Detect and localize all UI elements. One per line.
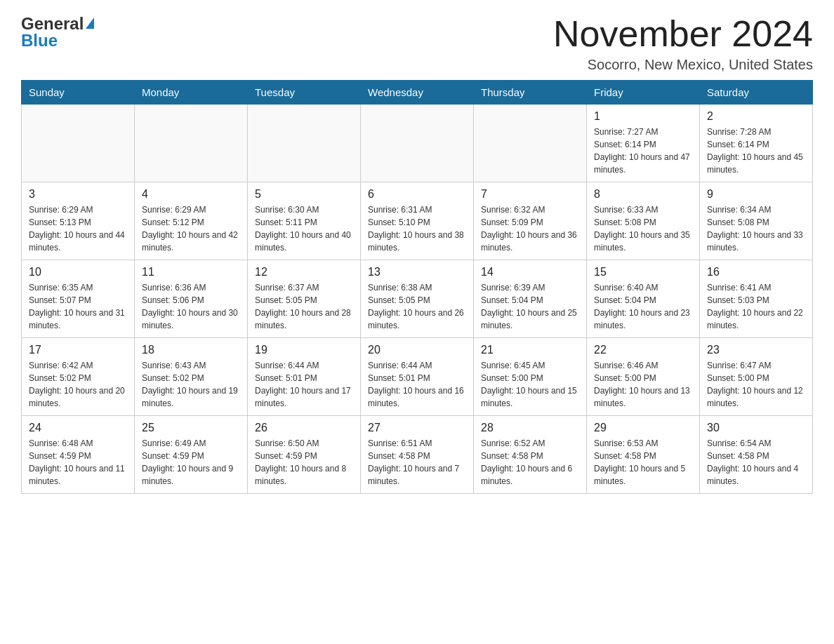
day-number: 4 (142, 188, 240, 201)
calendar-cell: 15Sunrise: 6:40 AM Sunset: 5:04 PM Dayli… (587, 260, 700, 338)
calendar-cell: 25Sunrise: 6:49 AM Sunset: 4:59 PM Dayli… (135, 416, 248, 494)
day-number: 1 (594, 110, 692, 123)
calendar-week-3: 17Sunrise: 6:42 AM Sunset: 5:02 PM Dayli… (22, 338, 813, 416)
day-info: Sunrise: 6:34 AM Sunset: 5:08 PM Dayligh… (707, 203, 805, 254)
calendar-cell: 28Sunrise: 6:52 AM Sunset: 4:58 PM Dayli… (474, 416, 587, 494)
day-info: Sunrise: 6:44 AM Sunset: 5:01 PM Dayligh… (368, 359, 466, 410)
calendar-cell: 5Sunrise: 6:30 AM Sunset: 5:11 PM Daylig… (248, 182, 361, 260)
day-number: 8 (594, 188, 692, 201)
day-info: Sunrise: 6:29 AM Sunset: 5:12 PM Dayligh… (142, 203, 240, 254)
day-info: Sunrise: 6:54 AM Sunset: 4:58 PM Dayligh… (707, 437, 805, 488)
title-area: November 2024 Socorro, New Mexico, Unite… (553, 14, 813, 73)
weekday-header-saturday: Saturday (700, 81, 813, 105)
day-number: 17 (29, 344, 127, 356)
day-number: 30 (707, 422, 805, 434)
calendar-cell: 17Sunrise: 6:42 AM Sunset: 5:02 PM Dayli… (22, 338, 135, 416)
month-title: November 2024 (553, 14, 813, 54)
calendar-cell: 30Sunrise: 6:54 AM Sunset: 4:58 PM Dayli… (700, 416, 813, 494)
day-number: 6 (368, 188, 466, 201)
logo: General Blue (21, 14, 94, 51)
day-number: 20 (368, 344, 466, 356)
calendar-cell: 9Sunrise: 6:34 AM Sunset: 5:08 PM Daylig… (700, 182, 813, 260)
calendar-header: SundayMondayTuesdayWednesdayThursdayFrid… (22, 81, 813, 105)
calendar-cell: 23Sunrise: 6:47 AM Sunset: 5:00 PM Dayli… (700, 338, 813, 416)
calendar-cell: 12Sunrise: 6:37 AM Sunset: 5:05 PM Dayli… (248, 260, 361, 338)
calendar-cell (474, 105, 587, 182)
weekday-header-thursday: Thursday (474, 81, 587, 105)
day-number: 23 (707, 344, 805, 356)
day-number: 26 (255, 422, 353, 434)
day-info: Sunrise: 6:49 AM Sunset: 4:59 PM Dayligh… (142, 437, 240, 488)
day-info: Sunrise: 6:44 AM Sunset: 5:01 PM Dayligh… (255, 359, 353, 410)
day-info: Sunrise: 6:42 AM Sunset: 5:02 PM Dayligh… (29, 359, 127, 410)
calendar-cell: 7Sunrise: 6:32 AM Sunset: 5:09 PM Daylig… (474, 182, 587, 260)
day-info: Sunrise: 6:37 AM Sunset: 5:05 PM Dayligh… (255, 281, 353, 332)
day-number: 14 (481, 266, 579, 279)
day-info: Sunrise: 6:30 AM Sunset: 5:11 PM Dayligh… (255, 203, 353, 254)
calendar-cell: 8Sunrise: 6:33 AM Sunset: 5:08 PM Daylig… (587, 182, 700, 260)
day-info: Sunrise: 6:50 AM Sunset: 4:59 PM Dayligh… (255, 437, 353, 488)
day-info: Sunrise: 6:32 AM Sunset: 5:09 PM Dayligh… (481, 203, 579, 254)
weekday-header-monday: Monday (135, 81, 248, 105)
logo-blue-text: Blue (21, 31, 58, 51)
calendar-week-4: 24Sunrise: 6:48 AM Sunset: 4:59 PM Dayli… (22, 416, 813, 494)
day-info: Sunrise: 6:41 AM Sunset: 5:03 PM Dayligh… (707, 281, 805, 332)
calendar-table: SundayMondayTuesdayWednesdayThursdayFrid… (21, 80, 813, 494)
calendar-week-1: 3Sunrise: 6:29 AM Sunset: 5:13 PM Daylig… (22, 182, 813, 260)
day-number: 11 (142, 266, 240, 279)
calendar-cell: 4Sunrise: 6:29 AM Sunset: 5:12 PM Daylig… (135, 182, 248, 260)
day-info: Sunrise: 7:27 AM Sunset: 6:14 PM Dayligh… (594, 126, 692, 176)
day-info: Sunrise: 6:35 AM Sunset: 5:07 PM Dayligh… (29, 281, 127, 332)
logo-triangle-icon (86, 18, 94, 29)
day-number: 7 (481, 188, 579, 201)
day-number: 13 (368, 266, 466, 279)
page-header: General Blue November 2024 Socorro, New … (21, 14, 813, 73)
day-number: 2 (707, 110, 805, 123)
calendar-cell: 14Sunrise: 6:39 AM Sunset: 5:04 PM Dayli… (474, 260, 587, 338)
day-info: Sunrise: 6:48 AM Sunset: 4:59 PM Dayligh… (29, 437, 127, 488)
calendar-cell: 2Sunrise: 7:28 AM Sunset: 6:14 PM Daylig… (700, 105, 813, 182)
calendar-cell (135, 105, 248, 182)
calendar-cell: 10Sunrise: 6:35 AM Sunset: 5:07 PM Dayli… (22, 260, 135, 338)
day-number: 28 (481, 422, 579, 434)
calendar-cell: 6Sunrise: 6:31 AM Sunset: 5:10 PM Daylig… (361, 182, 474, 260)
day-info: Sunrise: 6:31 AM Sunset: 5:10 PM Dayligh… (368, 203, 466, 254)
day-number: 21 (481, 344, 579, 356)
calendar-cell: 13Sunrise: 6:38 AM Sunset: 5:05 PM Dayli… (361, 260, 474, 338)
day-number: 5 (255, 188, 353, 201)
calendar-cell: 27Sunrise: 6:51 AM Sunset: 4:58 PM Dayli… (361, 416, 474, 494)
day-info: Sunrise: 6:38 AM Sunset: 5:05 PM Dayligh… (368, 281, 466, 332)
calendar-cell: 18Sunrise: 6:43 AM Sunset: 5:02 PM Dayli… (135, 338, 248, 416)
calendar-cell: 21Sunrise: 6:45 AM Sunset: 5:00 PM Dayli… (474, 338, 587, 416)
day-info: Sunrise: 7:28 AM Sunset: 6:14 PM Dayligh… (707, 126, 805, 176)
day-info: Sunrise: 6:53 AM Sunset: 4:58 PM Dayligh… (594, 437, 692, 488)
day-number: 9 (707, 188, 805, 201)
calendar-week-0: 1Sunrise: 7:27 AM Sunset: 6:14 PM Daylig… (22, 105, 813, 182)
calendar-cell (248, 105, 361, 182)
calendar-cell: 24Sunrise: 6:48 AM Sunset: 4:59 PM Dayli… (22, 416, 135, 494)
day-info: Sunrise: 6:33 AM Sunset: 5:08 PM Dayligh… (594, 203, 692, 254)
day-info: Sunrise: 6:47 AM Sunset: 5:00 PM Dayligh… (707, 359, 805, 410)
weekday-header-row: SundayMondayTuesdayWednesdayThursdayFrid… (22, 81, 813, 105)
day-info: Sunrise: 6:36 AM Sunset: 5:06 PM Dayligh… (142, 281, 240, 332)
day-number: 10 (29, 266, 127, 279)
day-info: Sunrise: 6:52 AM Sunset: 4:58 PM Dayligh… (481, 437, 579, 488)
day-number: 3 (29, 188, 127, 201)
day-info: Sunrise: 6:40 AM Sunset: 5:04 PM Dayligh… (594, 281, 692, 332)
weekday-header-wednesday: Wednesday (361, 81, 474, 105)
day-info: Sunrise: 6:51 AM Sunset: 4:58 PM Dayligh… (368, 437, 466, 488)
day-info: Sunrise: 6:45 AM Sunset: 5:00 PM Dayligh… (481, 359, 579, 410)
day-info: Sunrise: 6:46 AM Sunset: 5:00 PM Dayligh… (594, 359, 692, 410)
calendar-week-2: 10Sunrise: 6:35 AM Sunset: 5:07 PM Dayli… (22, 260, 813, 338)
day-info: Sunrise: 6:43 AM Sunset: 5:02 PM Dayligh… (142, 359, 240, 410)
calendar-cell: 11Sunrise: 6:36 AM Sunset: 5:06 PM Dayli… (135, 260, 248, 338)
day-number: 29 (594, 422, 692, 434)
calendar-cell: 19Sunrise: 6:44 AM Sunset: 5:01 PM Dayli… (248, 338, 361, 416)
calendar-cell: 26Sunrise: 6:50 AM Sunset: 4:59 PM Dayli… (248, 416, 361, 494)
calendar-cell: 16Sunrise: 6:41 AM Sunset: 5:03 PM Dayli… (700, 260, 813, 338)
calendar-cell (361, 105, 474, 182)
calendar-cell: 22Sunrise: 6:46 AM Sunset: 5:00 PM Dayli… (587, 338, 700, 416)
weekday-header-friday: Friday (587, 81, 700, 105)
calendar-cell: 1Sunrise: 7:27 AM Sunset: 6:14 PM Daylig… (587, 105, 700, 182)
day-number: 27 (368, 422, 466, 434)
